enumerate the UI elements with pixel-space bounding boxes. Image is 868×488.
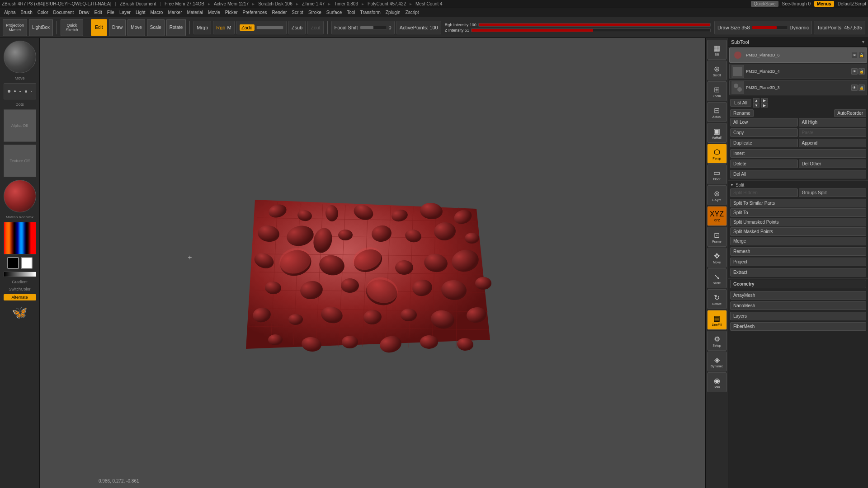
draw-size-slider[interactable]	[752, 26, 788, 29]
fibermesh-btn[interactable]: FiberMesh	[730, 322, 866, 331]
nav-item-tool[interactable]: Tool	[344, 9, 357, 16]
linefill-btn[interactable]: ▤ LineFill	[707, 310, 727, 330]
nav-item-layer[interactable]: Layer	[117, 9, 133, 16]
floor-btn[interactable]: ▭ Floor	[707, 164, 727, 184]
zoom-btn[interactable]: ⊞ Zoom	[707, 81, 727, 101]
zadd-btn[interactable]: Zadd	[240, 24, 255, 31]
material-preview[interactable]	[4, 180, 36, 212]
del-all-btn[interactable]: Del All	[730, 170, 866, 178]
arraymesh-btn[interactable]: ArrayMesh	[730, 291, 866, 300]
setup-btn[interactable]: ⚙ Setup	[707, 331, 727, 351]
canvas-area[interactable]: + 0.986, 0.272, -0.861	[40, 38, 705, 488]
nav-item-stroke[interactable]: Stroke	[306, 9, 324, 16]
nav-item-draw[interactable]: Draw	[76, 9, 91, 16]
color-gradient[interactable]	[4, 222, 36, 254]
nav-item-picker[interactable]: Picker	[223, 9, 240, 16]
quick-sketch-btn[interactable]: Quick Sketch	[61, 19, 83, 36]
move-btn[interactable]: Move	[127, 19, 145, 36]
alternate-btn[interactable]: Alternate	[4, 294, 36, 300]
autoreorder-btn[interactable]: AutoReorder	[834, 109, 866, 117]
nav-item-zplugin[interactable]: Zplugin	[383, 9, 403, 16]
scroll-btn[interactable]: ⊕ Scroll	[707, 61, 727, 80]
xyz-btn[interactable]: XYZ XYZ	[707, 206, 727, 226]
nav-item-color[interactable]: Color	[35, 9, 51, 16]
move-icon-btn[interactable]: ✥ Move	[707, 248, 727, 267]
split-unmasked-btn[interactable]: Split Unmasked Points	[730, 218, 866, 226]
nav-item-macro[interactable]: Macro	[148, 9, 165, 16]
arrow-right-bot[interactable]: ▶	[761, 103, 768, 108]
background-color[interactable]	[21, 257, 33, 269]
subtool-ctrl-eye-1[interactable]: 👁	[851, 52, 858, 58]
nav-item-preferences[interactable]: Preferences	[241, 9, 269, 16]
all-high-btn[interactable]: All High	[799, 118, 867, 127]
insert-btn[interactable]: Insert	[730, 149, 866, 158]
mrgb-group[interactable]: Mrgb	[193, 21, 211, 34]
solo-btn[interactable]: ◉ Solo	[707, 372, 727, 392]
color-picker[interactable]	[4, 222, 36, 254]
arrow-up[interactable]: ▲	[753, 98, 760, 103]
subtool-ctrl-lock-3[interactable]: 🔒	[859, 84, 865, 91]
groups-split-btn[interactable]: Groups Split	[799, 188, 867, 197]
merge-btn[interactable]: Merge	[730, 237, 866, 245]
scale-btn[interactable]: Scale	[147, 19, 165, 36]
copy-btn[interactable]: Copy	[730, 128, 798, 137]
rename-btn[interactable]: Rename	[730, 109, 754, 117]
bilt-btn[interactable]: ▦ Bilt	[707, 40, 727, 60]
layers-btn[interactable]: Layers	[730, 312, 866, 320]
duplicate-btn[interactable]: Duplicate	[730, 139, 798, 147]
nav-item-brush[interactable]: Brush	[19, 9, 35, 16]
nav-item-document[interactable]: Document	[51, 9, 76, 16]
subtool-header[interactable]: SubTool ▼	[728, 38, 868, 47]
del-other-btn[interactable]: Del Other	[799, 160, 867, 168]
subtool-item-3[interactable]: PM3D_Plane3D_3 👁 🔒	[729, 80, 867, 95]
subtool-item-1[interactable]: PM3D_Plane3D_6 👁 🔒	[729, 47, 867, 63]
append-btn[interactable]: Append	[799, 139, 867, 147]
zadd-slider[interactable]	[256, 26, 283, 29]
nav-item-edit[interactable]: Edit	[92, 9, 104, 16]
split-toggle[interactable]: ▼ Split	[728, 182, 868, 188]
nav-item-movie[interactable]: Movie	[206, 9, 222, 16]
foreground-color[interactable]	[7, 257, 19, 269]
split-similar-btn[interactable]: Split To Similar Parts	[730, 199, 866, 207]
split-to-btn[interactable]: Split To	[730, 208, 866, 217]
arrow-down[interactable]: ▼	[753, 103, 760, 108]
texture-preview[interactable]: Texture Off	[4, 145, 36, 177]
quick-save-btn[interactable]: QuickSave	[751, 1, 778, 7]
rgb-intensity-slider[interactable]	[478, 23, 711, 27]
nav-item-surface[interactable]: Surface	[324, 9, 344, 16]
rotate-btn[interactable]: Rotate	[166, 19, 186, 36]
subtool-ctrl-eye-2[interactable]: 👁	[851, 68, 858, 75]
persp-btn[interactable]: ⬡ Persp	[707, 144, 727, 164]
nav-item-file[interactable]: File	[105, 9, 117, 16]
subtool-ctrl-eye-3[interactable]: 👁	[851, 84, 858, 91]
extract-btn[interactable]: Extract	[730, 268, 866, 277]
nav-item-alpha[interactable]: Alpha	[2, 9, 18, 16]
frame-btn[interactable]: ⊡ Frame	[707, 227, 727, 247]
focal-shift-slider[interactable]	[360, 26, 387, 29]
nanomesh-btn[interactable]: NanoMesh	[730, 301, 866, 310]
arrow-right-top[interactable]: ▶	[761, 98, 768, 103]
z-intensity-slider[interactable]	[471, 28, 711, 32]
scale-icon-btn[interactable]: ⤡ Scale	[707, 268, 727, 288]
nav-item-zscript[interactable]: Zscript	[403, 9, 421, 16]
nav-item-transform[interactable]: Transform	[358, 9, 383, 16]
menus-btn[interactable]: Menus	[814, 1, 834, 7]
split-masked-btn[interactable]: Split Masked Points	[730, 227, 866, 236]
split-hidden-btn[interactable]: Split Hidden	[730, 188, 798, 197]
nav-item-material[interactable]: Material	[185, 9, 206, 16]
nav-item-script[interactable]: Script	[289, 9, 306, 16]
actual-btn[interactable]: ⊟ Actual	[707, 102, 727, 122]
lightbox-btn[interactable]: LightBox	[29, 19, 53, 36]
geometry-btn[interactable]: Geometry	[730, 280, 866, 288]
alpha-preview[interactable]: Alpha Off	[4, 109, 36, 142]
rotate-icon-btn[interactable]: ↻ Rotate	[707, 289, 727, 309]
remesh-btn[interactable]: Remesh	[730, 247, 866, 256]
nav-item-light[interactable]: Light	[133, 9, 148, 16]
subtool-item-2[interactable]: PM3D_Plane3D_4 👁 🔒	[729, 64, 867, 79]
nav-item-marker[interactable]: Marker	[165, 9, 184, 16]
projection-master-btn[interactable]: Projection Master	[3, 19, 27, 36]
delete-btn[interactable]: Delete	[730, 160, 798, 168]
aahalf-btn[interactable]: ▣ AaHalf	[707, 123, 727, 143]
brush-preview[interactable]	[4, 41, 36, 73]
dots-preview[interactable]	[4, 83, 36, 99]
